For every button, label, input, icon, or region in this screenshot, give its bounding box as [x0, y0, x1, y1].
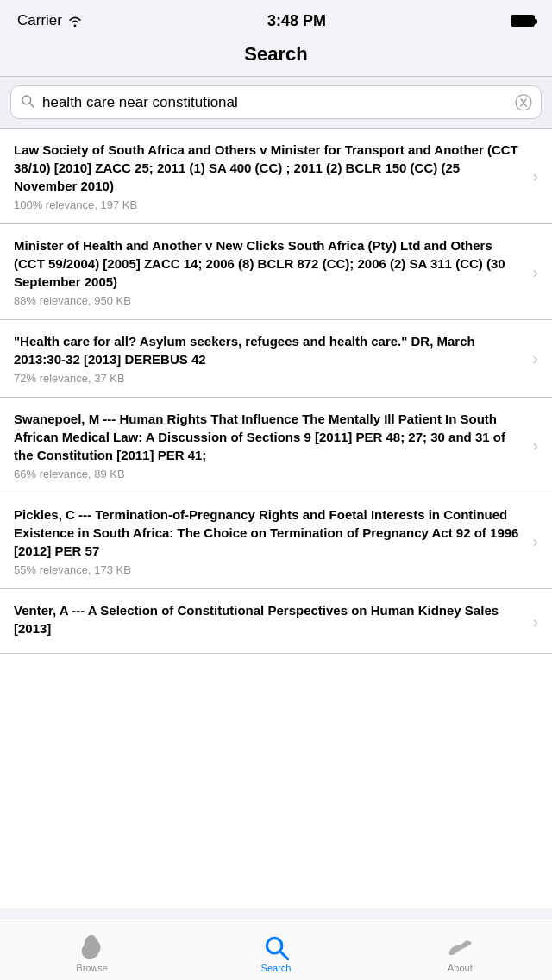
result-item[interactable]: Pickles, C --- Termination-of-Pregnancy … [0, 493, 552, 589]
tab-browse[interactable]: Browse [0, 928, 184, 973]
chevron-right-icon: › [532, 349, 538, 368]
search-clear-button[interactable]: ⓧ [515, 94, 532, 111]
result-content: Swanepoel, M --- Human Rights That Influ… [14, 410, 525, 481]
result-item[interactable]: Swanepoel, M --- Human Rights That Influ… [0, 398, 552, 493]
result-meta: 88% relevance, 950 KB [14, 294, 525, 307]
battery-indicator [511, 15, 535, 27]
result-content: Minister of Health and Another v New Cli… [14, 236, 525, 307]
nav-title-bar: Search [0, 36, 552, 77]
search-input[interactable] [42, 94, 508, 111]
result-meta: 66% relevance, 89 KB [14, 468, 525, 481]
result-title: Minister of Health and Another v New Cli… [14, 236, 525, 291]
result-title: "Health care for all? Asylum seekers, re… [14, 332, 525, 368]
search-tab-icon [262, 935, 290, 959]
battery-icon [511, 15, 535, 27]
result-content: Pickles, C --- Termination-of-Pregnancy … [14, 506, 525, 576]
result-content: Law Society of South Africa and Others v… [14, 141, 525, 211]
chevron-right-icon: › [532, 612, 538, 631]
chevron-right-icon: › [532, 436, 538, 455]
about-icon [446, 935, 474, 959]
search-box[interactable]: ⓧ [10, 85, 542, 119]
result-title: Law Society of South Africa and Others v… [14, 141, 525, 195]
time-label: 3:48 PM [267, 12, 326, 30]
chevron-right-icon: › [532, 531, 538, 551]
result-title: Swanepoel, M --- Human Rights That Influ… [14, 410, 525, 464]
search-container: ⓧ [0, 77, 552, 129]
result-meta: 100% relevance, 197 KB [14, 198, 525, 211]
search-icon [20, 93, 35, 111]
result-item[interactable]: Minister of Health and Another v New Cli… [0, 224, 552, 320]
result-title: Pickles, C --- Termination-of-Pregnancy … [14, 506, 525, 560]
svg-line-3 [280, 952, 288, 959]
browse-icon [78, 935, 106, 959]
result-content: Venter, A --- A Selection of Constitutio… [14, 601, 525, 641]
tab-search-label: Search [261, 963, 292, 973]
tab-about-label: About [448, 963, 473, 973]
status-bar: Carrier 3:48 PM [0, 0, 552, 36]
carrier-text: Carrier [17, 12, 62, 29]
result-meta: 72% relevance, 37 KB [14, 372, 525, 385]
wifi-icon [67, 15, 83, 27]
result-item[interactable]: "Health care for all? Asylum seekers, re… [0, 320, 552, 398]
tab-search[interactable]: Search [184, 928, 367, 973]
tab-bar: Browse Search About [0, 920, 552, 980]
carrier-label: Carrier [17, 12, 83, 29]
chevron-right-icon: › [532, 166, 538, 186]
result-title: Venter, A --- A Selection of Constitutio… [14, 601, 525, 638]
results-list: Law Society of South Africa and Others v… [0, 129, 552, 908]
chevron-right-icon: › [532, 262, 538, 282]
result-content: "Health care for all? Asylum seekers, re… [14, 332, 525, 385]
page-title: Search [0, 43, 552, 66]
result-item[interactable]: Law Society of South Africa and Others v… [0, 129, 552, 224]
tab-about[interactable]: About [368, 928, 552, 973]
tab-browse-label: Browse [76, 963, 108, 973]
result-item[interactable]: Venter, A --- A Selection of Constitutio… [0, 589, 552, 654]
result-meta: 55% relevance, 173 KB [14, 563, 525, 576]
svg-line-1 [30, 104, 34, 108]
